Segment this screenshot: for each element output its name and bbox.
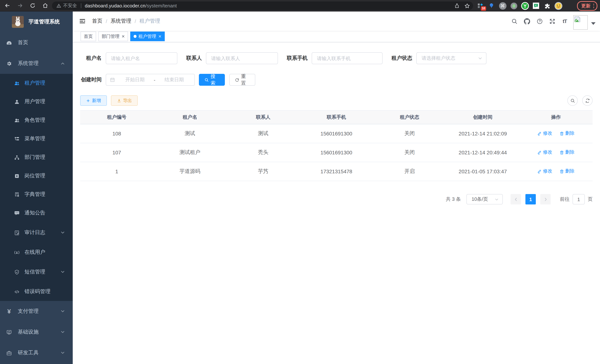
sidebar-item-home[interactable]: 首页 — [0, 32, 73, 53]
refresh-button[interactable] — [582, 95, 593, 106]
tenant-table: 租户编号 租户名 联系人 联系手机 租户状态 创建时间 操作 108 测试 — [80, 110, 593, 181]
mobile-input[interactable] — [312, 56, 382, 61]
help-icon[interactable] — [533, 11, 546, 31]
share-icon[interactable] — [452, 1, 461, 10]
contact-input-wrap — [206, 52, 278, 64]
delete-link[interactable]: 删除 — [560, 149, 575, 156]
delete-link[interactable]: 删除 — [560, 131, 575, 137]
bookmark-star-icon[interactable] — [463, 1, 472, 10]
next-page-button[interactable] — [540, 194, 551, 205]
cell-mobile: 15601691300 — [300, 124, 373, 143]
browser-menu-icon[interactable] — [593, 4, 594, 8]
page-size-select[interactable]: 10条/页 — [466, 194, 503, 205]
export-button[interactable]: 导出 — [111, 95, 138, 106]
edit-link[interactable]: 修改 — [537, 168, 552, 175]
sidebar-item-menu-mgmt[interactable]: 菜单管理 — [0, 130, 73, 148]
extension-command-icon[interactable]: ⌘ — [498, 1, 507, 10]
sidebar-item-audit-log[interactable]: 审计日志 — [0, 222, 73, 243]
sidebar-item-online-users[interactable]: 在线用户 — [0, 243, 73, 261]
edit-link-label: 修改 — [543, 168, 552, 175]
sidebar-group-system[interactable]: 系统管理 — [0, 53, 73, 74]
delete-link-label: 删除 — [565, 131, 575, 137]
sidebar-item-role-mgmt[interactable]: 角色管理 — [0, 111, 73, 130]
sidebar-item-dict-mgmt[interactable]: 字典管理 — [0, 185, 73, 204]
edit-link-label: 修改 — [543, 149, 552, 156]
sidebar-group-dev-tools[interactable]: 研发工具 — [0, 343, 73, 363]
toggle-search-button[interactable] — [567, 95, 578, 106]
sidebar-logo[interactable]: 芋道管理系统 — [0, 11, 73, 32]
col-tenant-name: 租户名 — [153, 110, 227, 124]
not-secure-warning-icon — [56, 3, 61, 8]
browser-update-button[interactable]: 更新 — [577, 1, 597, 11]
contact-input[interactable] — [206, 56, 278, 61]
hamburger-icon[interactable] — [79, 18, 86, 25]
extension-puzzle-icon[interactable] — [543, 1, 551, 10]
sidebar-item-dept-mgmt[interactable]: 部门管理 — [0, 148, 73, 167]
browser-forward-icon[interactable] — [16, 1, 25, 10]
add-button[interactable]: 新增 — [80, 95, 107, 106]
omnibox-divider — [81, 3, 81, 8]
add-button-label: 新增 — [92, 97, 101, 104]
tab-tenant-mgmt[interactable]: 租户管理 — [130, 32, 165, 41]
edit-link[interactable]: 修改 — [537, 131, 552, 137]
search-icon[interactable] — [508, 11, 521, 31]
search-button[interactable]: 搜索 — [199, 74, 225, 86]
goto-page-input[interactable] — [573, 196, 584, 202]
sidebar-item-label: 租户管理 — [25, 80, 45, 86]
create-time-label: 创建时间 — [80, 76, 102, 83]
tree-table-icon — [14, 136, 20, 141]
tenant-name-input[interactable] — [106, 56, 177, 61]
address-bar[interactable]: 不安全 dashboard.yudao.iocoder.cn/system/te… — [52, 1, 473, 10]
browser-home-icon[interactable] — [41, 1, 50, 10]
tab-dept-mgmt[interactable]: 部门管理 — [98, 32, 128, 41]
extension-y-icon[interactable] — [521, 1, 529, 10]
close-icon[interactable] — [159, 35, 161, 38]
close-icon[interactable] — [122, 35, 125, 38]
edit-link[interactable]: 修改 — [537, 149, 552, 156]
extension-grid-icon[interactable]: 10 — [476, 1, 485, 10]
post-badge-icon — [14, 173, 20, 179]
extension-balloon-icon[interactable] — [487, 1, 496, 10]
sidebar-item-label: 错误码管理 — [25, 288, 50, 295]
delete-link-label: 删除 — [565, 149, 575, 156]
status-select[interactable]: 请选择租户状态 — [416, 52, 487, 64]
filter-row-1: 租户名 联系人 联系手机 租户状态 请选择租户状态 — [80, 52, 593, 64]
current-page-button[interactable]: 1 — [525, 194, 536, 205]
url-host[interactable]: dashboard.yudao.iocoder.cn — [85, 3, 145, 9]
delete-link[interactable]: 删除 — [560, 168, 575, 175]
sidebar-item-notice[interactable]: 通知公告 — [0, 204, 73, 222]
cell-actions: 修改 删除 — [519, 143, 593, 162]
peoples-icon — [14, 80, 20, 86]
sidebar-item-user-mgmt[interactable]: 用户管理 — [0, 92, 73, 111]
sidebar-group-infra[interactable]: 基础设施 — [0, 322, 73, 343]
create-time-range-input[interactable]: 开始日期 - 结束日期 — [106, 74, 195, 86]
breadcrumb-home[interactable]: 首页 — [92, 18, 103, 25]
font-size-icon[interactable]: tT — [558, 11, 571, 31]
browser-reload-icon[interactable] — [28, 1, 37, 10]
extension-dot-icon[interactable] — [509, 1, 518, 10]
user-avatar-dropdown[interactable] — [573, 13, 596, 30]
sidebar-item-sms-mgmt[interactable]: 短信管理 — [0, 261, 73, 282]
tab-label: 首页 — [84, 33, 93, 39]
sidebar-item-tenant-mgmt[interactable]: 租户管理 — [0, 74, 73, 92]
tab-home[interactable]: 首页 — [81, 32, 96, 41]
url-path[interactable]: /system/tenant — [145, 3, 177, 9]
pagination: 共 3 条 10条/页 1 前往 — [80, 194, 593, 205]
delete-link-label: 删除 — [565, 168, 575, 175]
profile-avatar-icon[interactable] — [554, 1, 562, 10]
sidebar-group-payment[interactable]: ¥ 支付管理 — [0, 301, 73, 322]
sidebar-item-label: 首页 — [18, 39, 28, 46]
breadcrumb-system[interactable]: 系统管理 — [111, 18, 131, 25]
sidebar-item-error-code[interactable]: 错误码管理 — [0, 282, 73, 301]
github-icon[interactable] — [521, 11, 533, 31]
reset-button[interactable]: 重置 — [229, 74, 255, 86]
security-label[interactable]: 不安全 — [63, 3, 77, 9]
sidebar-item-post-mgmt[interactable]: 岗位管理 — [0, 167, 73, 185]
browser-back-icon[interactable] — [3, 1, 12, 10]
extension-chat-icon[interactable] — [532, 1, 540, 10]
filter-row-2: 创建时间 开始日期 - 结束日期 搜索 — [80, 74, 593, 86]
tags-view: 首页 部门管理 租户管理 — [73, 31, 600, 42]
prev-page-button[interactable] — [511, 194, 521, 205]
fullscreen-icon[interactable] — [546, 11, 558, 31]
cell-tenant-name: 芋道源码 — [153, 162, 227, 181]
